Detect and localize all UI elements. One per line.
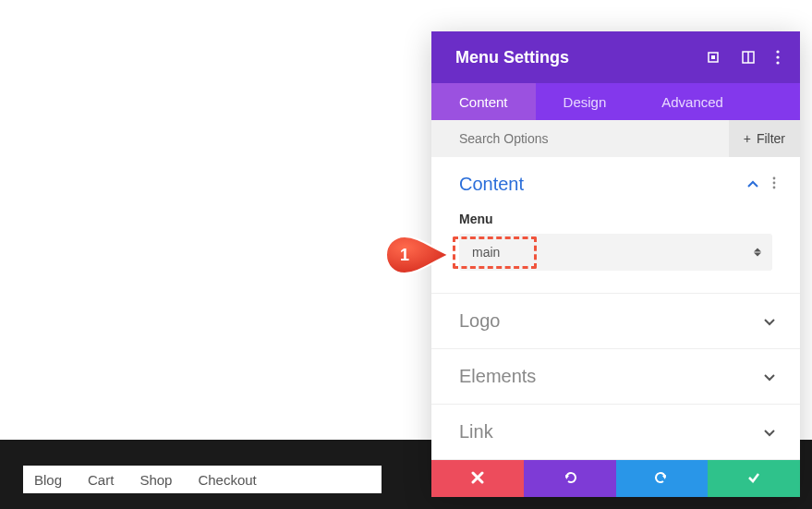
section-content: Content Menu main	[431, 157, 800, 294]
callout-number: 1	[400, 246, 409, 265]
section-content-body: Menu main	[431, 212, 800, 293]
confirm-button[interactable]	[708, 460, 800, 497]
search-input[interactable]	[431, 120, 729, 157]
redo-icon	[654, 470, 669, 488]
menu-field-label: Menu	[459, 212, 772, 226]
section-content-title: Content	[459, 174, 524, 195]
search-row: + Filter	[431, 120, 800, 157]
nav-cart[interactable]: Cart	[75, 472, 127, 488]
svg-point-4	[776, 50, 779, 53]
svg-marker-12	[565, 475, 569, 479]
svg-point-6	[776, 61, 779, 64]
section-elements: Elements	[431, 349, 800, 405]
section-logo-header[interactable]: Logo	[431, 294, 800, 348]
plus-icon: +	[744, 131, 751, 146]
redo-button[interactable]	[616, 460, 709, 497]
undo-icon	[563, 470, 577, 488]
section-link: Link	[431, 405, 800, 460]
chevron-down-icon	[763, 370, 776, 383]
chevron-up-icon	[746, 178, 759, 191]
tabs: Content Design Advanced	[431, 83, 800, 120]
section-link-header[interactable]: Link	[431, 405, 800, 459]
svg-point-5	[776, 55, 779, 58]
svg-rect-1	[711, 55, 715, 59]
cancel-button[interactable]	[431, 460, 524, 497]
panel-title: Menu Settings	[455, 48, 569, 67]
filter-label: Filter	[757, 131, 785, 146]
tab-advanced[interactable]: Advanced	[634, 83, 751, 120]
panel-header: Menu Settings	[431, 31, 800, 83]
section-link-title: Link	[459, 421, 493, 442]
nav-shop[interactable]: Shop	[127, 472, 185, 488]
close-icon	[471, 471, 484, 487]
section-logo: Logo	[431, 294, 800, 349]
nav-blog[interactable]: Blog	[23, 472, 75, 488]
section-more-icon[interactable]	[772, 176, 776, 192]
tab-design[interactable]: Design	[536, 83, 635, 120]
filter-button[interactable]: + Filter	[729, 120, 800, 157]
tab-content[interactable]: Content	[431, 83, 536, 120]
section-logo-title: Logo	[459, 310, 501, 332]
expand-icon[interactable]	[706, 50, 721, 65]
section-elements-title: Elements	[459, 366, 536, 387]
svg-point-9	[773, 187, 776, 189]
section-elements-header[interactable]: Elements	[431, 349, 800, 404]
check-icon	[746, 470, 761, 488]
panel-footer	[431, 460, 800, 497]
menu-select[interactable]: main	[459, 234, 772, 271]
chevron-down-icon	[763, 315, 776, 328]
more-icon[interactable]	[776, 50, 780, 65]
svg-point-7	[773, 177, 776, 180]
svg-point-8	[773, 182, 776, 185]
svg-marker-13	[662, 475, 666, 479]
select-caret-icon	[754, 248, 761, 257]
section-content-header[interactable]: Content	[431, 157, 800, 212]
chevron-down-icon	[763, 426, 776, 439]
undo-button[interactable]	[524, 460, 616, 497]
settings-panel: Menu Settings Content Design Advanced + …	[431, 31, 800, 497]
layout-icon[interactable]	[741, 50, 756, 65]
sections: Content Menu main	[431, 157, 800, 460]
menu-select-value: main	[472, 245, 500, 260]
nav-checkout[interactable]: Checkout	[185, 472, 269, 488]
footer-nav: Blog Cart Shop Checkout	[23, 466, 382, 493]
